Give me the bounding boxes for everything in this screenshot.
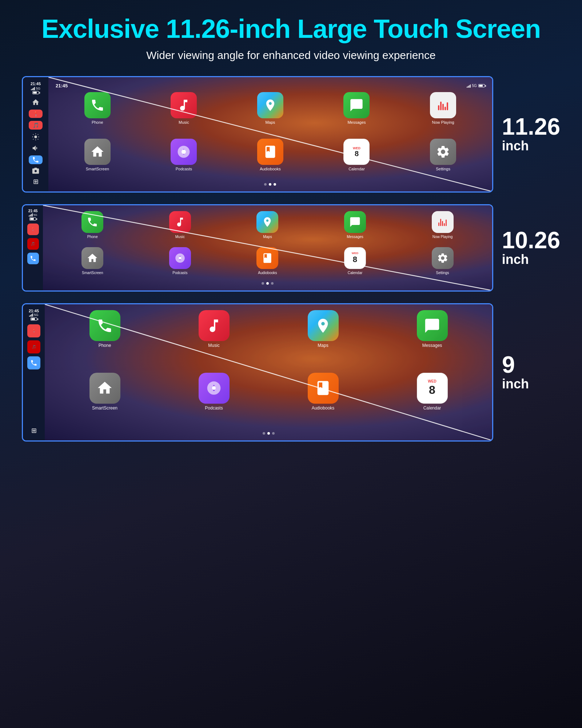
sidebar-9: 21:45 5G 📍 🎵: [23, 304, 45, 440]
sidebar-app-phone[interactable]: [29, 155, 43, 164]
signal-bars-10: [29, 213, 33, 217]
app-phone[interactable]: Phone: [56, 92, 139, 134]
app-podcasts[interactable]: Podcasts: [142, 139, 226, 181]
app-nowplaying-10[interactable]: Now Playing: [400, 211, 485, 244]
size-unit-9: inch: [502, 376, 560, 392]
app-phone-label: Phone: [92, 120, 103, 124]
battery-icon: [32, 91, 39, 94]
main-content-11: 21:45 5G Phone: [48, 77, 492, 191]
app-phone-label-10: Phone: [87, 235, 98, 239]
app-messages-10[interactable]: Messages: [313, 211, 398, 244]
app-audiobooks-10[interactable]: Audiobooks: [225, 247, 310, 280]
app-smartscreen-label-10: SmartScreen: [82, 271, 103, 275]
sidebar-app-music-9[interactable]: 🎵: [27, 340, 40, 353]
app-music-label-9: Music: [208, 343, 219, 348]
dot-9-1: [263, 432, 265, 435]
app-audiobooks-label-9: Audiobooks: [312, 405, 335, 411]
sidebar-10: 21:45 5G 📍 🎵: [23, 205, 43, 290]
dot-9-2: [267, 432, 270, 435]
app-music-10[interactable]: Music: [138, 211, 223, 244]
cal-day-9: 8: [429, 383, 435, 397]
app-audiobooks[interactable]: Audiobooks: [228, 139, 312, 181]
dots-row-9: [52, 430, 485, 437]
app-podcasts-label-9: Podcasts: [205, 405, 223, 411]
app-calendar-9[interactable]: WED 8 Calendar: [379, 373, 485, 430]
app-podcasts-label: Podcasts: [176, 167, 192, 171]
sidebar-app-du[interactable]: 📍: [29, 110, 43, 118]
sidebar-camera-icon[interactable]: [29, 167, 43, 176]
main-content-10: Phone Music Maps Messages: [43, 205, 492, 290]
sidebar-app-du-9[interactable]: 📍: [27, 324, 40, 337]
app-podcasts-9[interactable]: Podcasts: [161, 373, 267, 430]
app-calendar-10[interactable]: WED 8 Calendar: [313, 247, 398, 280]
dots-row-10: [50, 280, 485, 287]
app-music-label: Music: [179, 120, 189, 124]
apps-grid-11: Phone Music Maps: [56, 92, 485, 181]
top-bar-11: 21:45 5G: [56, 83, 485, 88]
sidebar-brightness-icon[interactable]: [29, 132, 43, 141]
size-unit-10: inch: [502, 252, 560, 267]
battery-icon-10: [29, 217, 36, 221]
sidebar-time-10: 21:45: [28, 209, 38, 213]
svg-point-0: [34, 135, 37, 138]
app-nowplaying[interactable]: Now Playing: [401, 92, 485, 134]
main-title: Exclusive 11.26-inch Large Touch Screen: [22, 15, 560, 43]
app-messages-9[interactable]: Messages: [379, 310, 485, 368]
app-settings-label-10: Settings: [436, 271, 449, 275]
apps-grid-10: Phone Music Maps Messages: [50, 211, 485, 280]
sidebar-app-music-10[interactable]: 🎵: [27, 238, 39, 250]
sidebar-volume-icon[interactable]: [29, 144, 43, 153]
dots-row-11: [56, 181, 485, 188]
sidebar-app-du-10[interactable]: 📍: [27, 223, 39, 235]
app-phone-10[interactable]: Phone: [50, 211, 135, 244]
sidebar-bottom-9: ⊞: [31, 427, 37, 438]
sidebar-app-red[interactable]: 🎵: [29, 121, 43, 130]
app-phone-label-9: Phone: [99, 343, 111, 348]
app-settings[interactable]: Settings: [401, 139, 485, 181]
sidebar-bottom: ⊞: [33, 178, 39, 189]
app-podcasts-10[interactable]: Podcasts: [138, 247, 223, 280]
app-calendar[interactable]: WED 8 Calendar: [315, 139, 399, 181]
app-music[interactable]: Music: [142, 92, 226, 134]
app-phone-9[interactable]: Phone: [52, 310, 158, 368]
sidebar-app-phone-10[interactable]: [27, 253, 39, 264]
size-number-11: 11.26: [502, 115, 560, 138]
app-calendar-label: Calendar: [348, 167, 365, 171]
app-messages[interactable]: Messages: [315, 92, 399, 134]
sidebar-home-icon[interactable]: [29, 98, 43, 107]
dot-10-3: [271, 282, 274, 285]
app-music-9[interactable]: Music: [161, 310, 267, 368]
screens-container: 21:45 5G: [22, 76, 560, 442]
app-smartscreen-10[interactable]: SmartScreen: [50, 247, 135, 280]
top-time-11: 21:45: [56, 83, 68, 88]
sidebar-app-phone-9[interactable]: [27, 356, 40, 369]
app-smartscreen-9[interactable]: SmartScreen: [52, 373, 158, 430]
app-audiobooks-9[interactable]: Audiobooks: [270, 373, 376, 430]
size-number-10: 10.26: [502, 229, 560, 252]
apps-grid-9: Phone Music Maps Messages: [52, 310, 485, 430]
size-unit-11: inch: [502, 138, 560, 154]
app-settings-10[interactable]: Settings: [400, 247, 485, 280]
screen-row-11: 21:45 5G: [22, 76, 560, 193]
screen-9-wrapper: 21:45 5G 📍 🎵: [22, 303, 493, 442]
cal-header-10: WED: [352, 252, 359, 255]
app-maps-label-10: Maps: [263, 235, 272, 239]
cal-header-9: WED: [428, 379, 436, 383]
battery-icon-9: [31, 317, 37, 321]
signal-bars-9: [29, 313, 33, 317]
app-maps-label-9: Maps: [318, 343, 328, 348]
app-maps-9[interactable]: Maps: [270, 310, 376, 368]
app-smartscreen[interactable]: SmartScreen: [56, 139, 139, 181]
grid-icon-9: ⊞: [31, 427, 37, 435]
app-nowplaying-label-10: Now Playing: [432, 235, 453, 239]
app-maps-10[interactable]: Maps: [225, 211, 310, 244]
size-label-11: 11.26 inch: [502, 115, 560, 154]
app-maps-label: Maps: [265, 120, 275, 124]
app-calendar-label-9: Calendar: [423, 405, 441, 411]
app-calendar-label-10: Calendar: [348, 271, 363, 275]
app-maps[interactable]: Maps: [228, 92, 312, 134]
dot-1: [264, 183, 267, 186]
sidebar-time: 21:45: [31, 82, 41, 86]
dot-10-1: [262, 282, 264, 285]
screen-row-9: 21:45 5G 📍 🎵: [22, 303, 560, 442]
